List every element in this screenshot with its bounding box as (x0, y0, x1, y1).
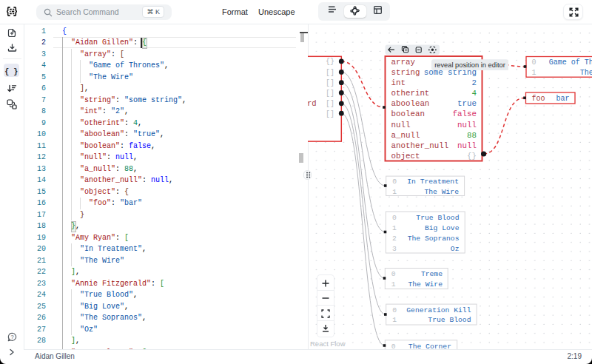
svg-text:4: 4 (472, 89, 477, 98)
svg-text:Generation Kill: Generation Kill (406, 306, 471, 314)
svg-text:reveal position in editor: reveal position in editor (434, 61, 505, 68)
svg-text:null: null (457, 120, 477, 129)
svg-text:a_null: a_null (391, 130, 420, 139)
svg-text:88: 88 (467, 130, 477, 139)
svg-text:array: array (391, 57, 416, 66)
svg-text:[]: [] (326, 90, 334, 98)
svg-text:?: ? (10, 334, 13, 340)
svg-text:Game of Thrones: Game of Thrones (549, 58, 592, 67)
svg-text:Big Love: Big Love (425, 223, 460, 232)
svg-text:1: 1 (392, 223, 397, 232)
svg-text:0: 0 (392, 306, 397, 314)
svg-text:True Blood: True Blood (428, 316, 471, 324)
svg-text:boolean: boolean (391, 109, 425, 118)
svg-text:rd: rd (308, 99, 317, 108)
svg-text:The Sopranos: The Sopranos (408, 234, 460, 242)
svg-text:0: 0 (391, 270, 396, 278)
svg-text:{}: {} (467, 151, 477, 160)
svg-text:True Blood: True Blood (416, 213, 459, 221)
svg-text:int: int (391, 78, 406, 87)
svg-text:Treme: Treme (421, 270, 443, 278)
svg-text:true: true (457, 99, 477, 108)
svg-text:[]: [] (326, 100, 334, 108)
svg-text:Oz: Oz (451, 244, 460, 252)
svg-text:[]: [] (326, 79, 334, 87)
svg-text:2: 2 (392, 234, 397, 242)
svg-text:null: null (391, 120, 411, 129)
svg-text:otherint: otherint (391, 89, 430, 98)
svg-text:The Wire: The Wire (424, 187, 459, 195)
svg-text:[]: [] (326, 68, 334, 76)
svg-text:1: 1 (392, 187, 397, 195)
svg-text:foo: foo (532, 95, 545, 103)
svg-text:2: 2 (472, 78, 477, 87)
svg-text:0: 0 (392, 213, 397, 221)
svg-text:aboolean: aboolean (391, 99, 430, 108)
svg-text:3: 3 (392, 244, 397, 252)
svg-text:The Wire: The Wire (580, 69, 592, 77)
svg-text:null: null (457, 141, 477, 149)
svg-text:another_null: another_null (391, 141, 449, 149)
svg-text:The Wire: The Wire (408, 280, 443, 289)
svg-text:0: 0 (532, 58, 536, 67)
svg-text:{}: {} (326, 58, 334, 66)
svg-text:In Treatment: In Treatment (407, 178, 459, 186)
svg-text:1: 1 (532, 69, 536, 77)
svg-text:false: false (453, 109, 477, 118)
svg-text:string: string (391, 67, 420, 76)
svg-text:bar: bar (556, 95, 569, 103)
svg-text:0: 0 (392, 178, 397, 186)
svg-text:1: 1 (392, 316, 397, 324)
svg-text:1: 1 (391, 280, 396, 289)
svg-text:[]: [] (326, 109, 334, 118)
svg-text:object: object (391, 151, 420, 160)
